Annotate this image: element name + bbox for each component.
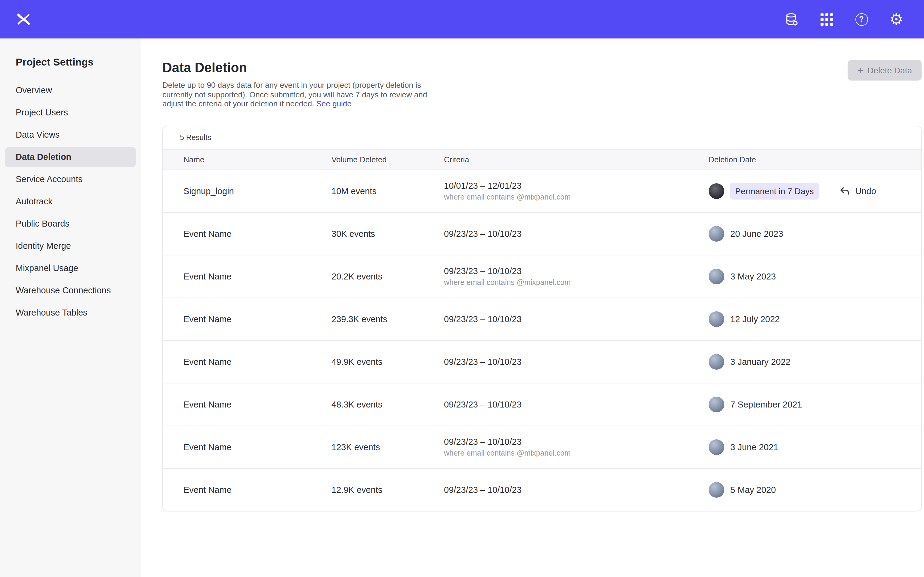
topbar: ? ⚙ [0, 0, 924, 39]
sidebar-item-warehouse-connections[interactable]: Warehouse Connections [5, 281, 136, 301]
avatar [709, 396, 724, 412]
deletion-date: 5 May 2020 [730, 485, 776, 494]
row-event-name: Event Name [184, 485, 331, 494]
column-header-criteria: Criteria [444, 155, 709, 164]
deletion-date: 3 January 2022 [730, 357, 790, 366]
table-row: Event Name 48.3K events 09/23/23 – 10/10… [163, 383, 921, 426]
row-criteria: 09/23/23 – 10/10/23 [444, 485, 709, 494]
row-criteria: 10/01/23 – 12/01/23 [444, 181, 709, 190]
row-criteria-cell: 09/23/23 – 10/10/23 [444, 485, 709, 494]
deletion-date: 12 July 2022 [730, 314, 780, 324]
avatar [709, 268, 724, 284]
sidebar-item-project-users[interactable]: Project Users [5, 103, 136, 122]
row-volume-deleted: 239.3K events [331, 314, 444, 324]
deletion-date: 3 June 2021 [730, 442, 779, 452]
row-volume-deleted: 30K events [331, 229, 444, 238]
row-criteria-cell: 09/23/23 – 10/10/23 [444, 400, 709, 409]
deletion-status-badge: Permanent in 7 Days [730, 182, 818, 199]
table-header-row: NameVolume DeletedCriteriaDeletion Date [163, 149, 921, 170]
row-criteria-filter: where email contains @mixpanel.com [444, 278, 709, 286]
see-guide-link[interactable]: See guide [317, 99, 352, 108]
column-header-volume-deleted: Volume Deleted [331, 155, 444, 164]
settings-button[interactable]: ⚙ [884, 7, 908, 31]
row-deletion-cell: 20 June 2023 [709, 226, 909, 241]
row-criteria-cell: 09/23/23 – 10/10/23 where email contains… [444, 266, 709, 286]
sidebar-item-public-boards[interactable]: Public Boards [5, 214, 136, 234]
row-volume-deleted: 12.9K events [331, 485, 444, 494]
row-deletion-cell: 12 July 2022 [709, 311, 909, 327]
data-icon [784, 12, 799, 26]
apps-grid-button[interactable] [814, 7, 838, 31]
sidebar: Project Settings OverviewProject UsersDa… [0, 39, 141, 577]
sidebar-item-autotrack[interactable]: Autotrack [5, 192, 136, 211]
apps-grid-icon [820, 13, 833, 26]
avatar [709, 226, 724, 241]
avatar [709, 311, 724, 327]
column-header-deletion-date: Deletion Date [709, 155, 909, 164]
page-description: Delete up to 90 days data for any event … [162, 81, 432, 108]
row-deletion-cell: 3 May 2023 [709, 268, 909, 284]
page-header-text: Data Deletion Delete up to 90 days data … [162, 60, 432, 108]
gear-icon: ⚙ [889, 11, 903, 27]
row-deletion-cell: 3 June 2021 [709, 439, 909, 455]
row-criteria: 09/23/23 – 10/10/23 [444, 266, 709, 276]
row-criteria-cell: 09/23/23 – 10/10/23 [444, 314, 709, 324]
table-row: Event Name 20.2K events 09/23/23 – 10/10… [163, 255, 921, 298]
deletion-date: 20 June 2023 [730, 229, 783, 238]
page-title: Data Deletion [162, 60, 432, 76]
sidebar-item-data-deletion[interactable]: Data Deletion [5, 147, 136, 167]
sidebar-title: Project Settings [16, 56, 136, 69]
mixpanel-app: ? ⚙ Project Settings OverviewProject Use… [0, 0, 924, 577]
description-text: Delete up to 90 days data for any event … [162, 81, 427, 108]
table-row: Event Name 123K events 09/23/23 – 10/10/… [163, 426, 921, 469]
row-criteria-filter: where email contains @mixpanel.com [444, 449, 709, 457]
table-row: Event Name 49.9K events 09/23/23 – 10/10… [163, 340, 921, 383]
sidebar-item-data-views[interactable]: Data Views [5, 125, 136, 145]
row-criteria-cell: 10/01/23 – 12/01/23 where email contains… [444, 181, 709, 201]
sidebar-item-identity-merge[interactable]: Identity Merge [5, 236, 136, 256]
row-deletion-cell: 7 September 2021 [709, 396, 909, 412]
sidebar-nav: OverviewProject UsersData ViewsData Dele… [5, 81, 136, 323]
table-row: Event Name 239.3K events 09/23/23 – 10/1… [163, 298, 921, 340]
delete-data-button[interactable]: + Delete Data [848, 60, 922, 81]
table-body: Signup_login 10M events 10/01/23 – 12/01… [163, 170, 921, 511]
row-event-name: Event Name [184, 400, 331, 409]
row-event-name: Event Name [184, 314, 331, 324]
sidebar-item-overview[interactable]: Overview [5, 81, 136, 100]
row-criteria: 09/23/23 – 10/10/23 [444, 357, 709, 366]
data-management-button[interactable] [780, 7, 804, 31]
undo-icon [839, 185, 850, 196]
deletion-date: 3 May 2023 [730, 271, 776, 281]
undo-label: Undo [855, 186, 876, 196]
sidebar-item-service-accounts[interactable]: Service Accounts [5, 169, 136, 189]
row-criteria: 09/23/23 – 10/10/23 [444, 314, 709, 324]
undo-button[interactable]: Undo [839, 185, 876, 196]
avatar [709, 439, 724, 455]
row-volume-deleted: 48.3K events [331, 400, 444, 409]
main-content: Data Deletion Delete up to 90 days data … [141, 39, 924, 577]
row-volume-deleted: 123K events [331, 442, 444, 452]
row-deletion-cell: 5 May 2020 [709, 482, 909, 497]
deletion-table-card: 5 Results NameVolume DeletedCriteriaDele… [162, 125, 922, 511]
mixpanel-logo[interactable] [16, 11, 31, 27]
row-criteria: 09/23/23 – 10/10/23 [444, 229, 709, 238]
plus-icon: + [857, 65, 863, 76]
row-criteria-filter: where email contains @mixpanel.com [444, 193, 709, 201]
help-button[interactable]: ? [850, 7, 874, 31]
sidebar-item-mixpanel-usage[interactable]: Mixpanel Usage [5, 258, 136, 278]
delete-data-label: Delete Data [867, 66, 912, 75]
row-deletion-cell: Permanent in 7 Days Undo [709, 182, 909, 199]
sidebar-item-warehouse-tables[interactable]: Warehouse Tables [5, 303, 136, 323]
row-criteria: 09/23/23 – 10/10/23 [444, 437, 709, 446]
row-event-name: Event Name [184, 271, 331, 281]
table-row: Event Name 30K events 09/23/23 – 10/10/2… [163, 213, 921, 255]
deletion-date: 7 September 2021 [730, 400, 802, 409]
row-volume-deleted: 20.2K events [331, 271, 444, 281]
help-icon: ? [855, 13, 868, 26]
results-bar: 5 Results [163, 126, 921, 149]
row-event-name: Event Name [184, 229, 331, 238]
row-event-name: Event Name [184, 357, 331, 366]
avatar [709, 183, 724, 199]
row-deletion-cell: 3 January 2022 [709, 354, 909, 369]
mixpanel-logo-icon [16, 11, 31, 27]
